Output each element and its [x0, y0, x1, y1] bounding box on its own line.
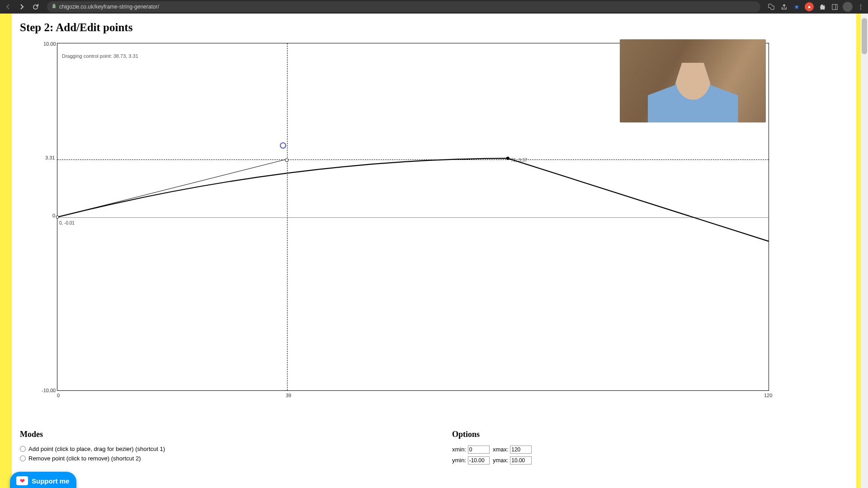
back-button[interactable] — [3, 1, 14, 12]
options-heading: Options — [452, 430, 848, 439]
scrollbar-track[interactable] — [861, 14, 868, 488]
anchor-0-label: 0, -0.01 — [59, 221, 75, 225]
ymax-input[interactable] — [510, 456, 532, 465]
mode-add-radio[interactable] — [20, 446, 26, 452]
xmin-label: xmin: — [452, 446, 466, 453]
mode-add-point[interactable]: Add point (click to place, drag for bezi… — [20, 446, 416, 452]
xmax-input[interactable] — [510, 446, 532, 454]
support-button[interactable]: ❤ Support me — [10, 472, 76, 488]
webcam-overlay — [620, 39, 766, 122]
reading-list-icon[interactable] — [830, 2, 839, 11]
scrollbar-thumb[interactable] — [862, 18, 867, 54]
mode-remove-radio[interactable] — [20, 455, 26, 461]
anchor-1-label: 76, 3.37 — [511, 158, 527, 163]
ymax-label: ymax: — [493, 457, 509, 464]
bookmark-star-icon[interactable]: ★ — [792, 2, 801, 11]
ymin-input[interactable] — [468, 456, 490, 465]
extension-tray: ★ ● ⋮ — [767, 2, 865, 12]
mode-add-label: Add point (click to place, drag for bezi… — [28, 446, 165, 452]
x-axis-min-label: 0 — [57, 393, 60, 398]
ymin-label: ymin: — [452, 457, 466, 464]
kofi-icon: ❤ — [16, 476, 28, 485]
cursor-indicator — [280, 142, 286, 149]
url-text: chigozie.co.uk/keyframe-string-generator… — [59, 4, 159, 10]
xmin-input[interactable] — [468, 446, 490, 454]
modes-heading: Modes — [20, 430, 416, 439]
address-bar[interactable]: chigozie.co.uk/keyframe-string-generator… — [47, 1, 760, 12]
mode-remove-point[interactable]: Remove point (click to remove) (shortcut… — [20, 455, 416, 462]
y-axis-crosshair-label: 3.31 — [45, 155, 55, 160]
zero-axis-line — [57, 217, 769, 218]
share-icon[interactable] — [779, 2, 788, 11]
translate-icon[interactable] — [767, 2, 776, 11]
y-axis-min-label: -10.00 — [42, 388, 56, 393]
forward-button[interactable] — [16, 1, 27, 12]
extension-badge-icon[interactable]: ● — [805, 2, 814, 11]
support-label: Support me — [32, 477, 69, 485]
browser-toolbar: chigozie.co.uk/keyframe-string-generator… — [0, 0, 868, 14]
reload-button[interactable] — [30, 1, 41, 12]
profile-avatar[interactable] — [843, 2, 853, 12]
menu-icon[interactable]: ⋮ — [856, 2, 865, 11]
y-axis-max-label: 10.00 — [43, 41, 56, 47]
canvas-container: 10.00 3.31 0 -10.00 0 39 120 Dragging co… — [20, 41, 848, 403]
x-axis-max-label: 120 — [764, 393, 772, 398]
y-axis-zero-label: 0 — [52, 213, 55, 218]
lock-icon — [52, 4, 57, 10]
drag-status-text: Dragging control point: 38.73, 3.31 — [62, 53, 138, 59]
crosshair-horizontal — [57, 160, 769, 160]
crosshair-vertical — [287, 43, 288, 390]
x-axis-crosshair-label: 39 — [286, 393, 291, 398]
xmax-label: xmax: — [493, 446, 509, 453]
step-heading: Step 2: Add/Edit points — [20, 21, 848, 34]
svg-rect-0 — [832, 4, 837, 9]
mode-remove-label: Remove point (click to remove) (shortcut… — [28, 455, 141, 462]
extensions-puzzle-icon[interactable] — [817, 2, 826, 11]
